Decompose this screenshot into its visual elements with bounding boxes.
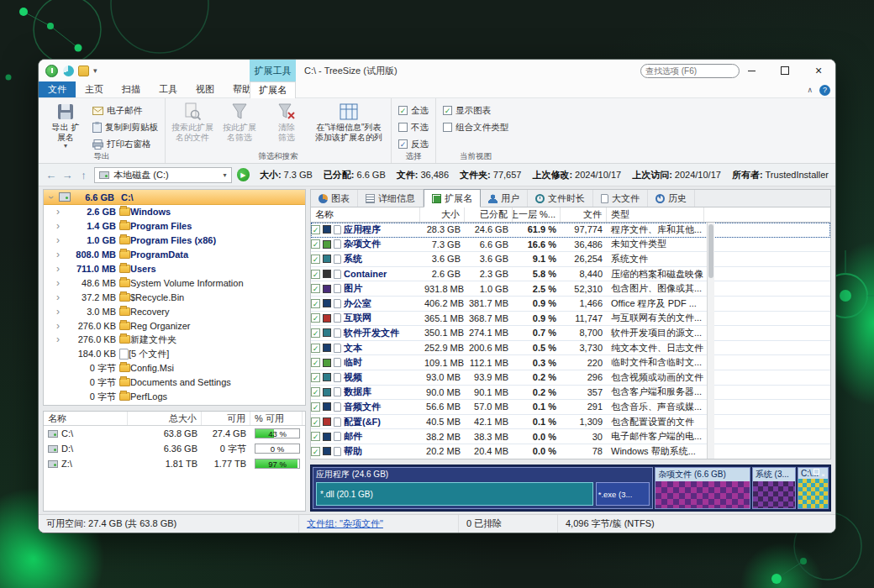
- extension-row[interactable]: 配置(&F)40.5 MB42.1 MB0.1 %1,309包含配置设置的文件: [311, 415, 830, 430]
- row-checkbox[interactable]: [311, 239, 320, 249]
- row-checkbox[interactable]: [311, 447, 320, 456]
- drive-row[interactable]: C:\63.8 GB27.4 GB43 %: [44, 426, 305, 441]
- expand-chevron-icon[interactable]: [54, 333, 62, 345]
- tree-item[interactable]: 1.4 GBProgram Files: [44, 219, 305, 234]
- titlebar[interactable]: 扩展工具 C:\ - TreeSize (试用版): [39, 60, 835, 81]
- extensions-column-header[interactable]: 大小: [420, 207, 465, 222]
- back-icon[interactable]: [45, 169, 56, 181]
- row-checkbox[interactable]: [311, 373, 320, 382]
- extension-row[interactable]: 文本252.9 MB200.6 MB0.5 %3,730纯文本文件、日志文件: [311, 341, 830, 356]
- scan-progress-icon[interactable]: [63, 66, 74, 76]
- drives-column-header[interactable]: 可用: [202, 412, 250, 425]
- quick-access-toolbar[interactable]: [63, 66, 97, 76]
- expand-chevron-icon[interactable]: [54, 320, 62, 332]
- tree-item[interactable]: 808.0 MBProgramData: [44, 248, 305, 262]
- folder-icon[interactable]: [78, 66, 89, 76]
- expand-chevron-icon[interactable]: [54, 249, 62, 260]
- drive-row[interactable]: D:\6.36 GB0 字节0 %: [44, 441, 305, 456]
- expand-chevron-icon[interactable]: [54, 306, 62, 318]
- extension-row[interactable]: 数据库90.0 MB90.1 MB0.2 %357包含客户端和服务器...: [311, 386, 830, 401]
- row-checkbox[interactable]: [311, 432, 320, 441]
- start-scan-button[interactable]: [237, 168, 250, 181]
- row-checkbox[interactable]: [311, 344, 320, 353]
- tree-item[interactable]: 711.0 MBUsers: [44, 262, 305, 276]
- treemap-panel[interactable]: 应用程序 (24.6 GB) *.dll (20.1 GB) *.exe (3.…: [310, 465, 831, 512]
- view-tab-history[interactable]: 历史: [648, 190, 695, 207]
- help-icon[interactable]: [819, 85, 830, 96]
- drives-column-header[interactable]: 总大小: [128, 412, 202, 425]
- extension-row[interactable]: 临时109.1 MB112.1 MB0.3 %220临时文件和含临时文...: [311, 355, 830, 370]
- search-box[interactable]: [640, 64, 740, 78]
- expand-chevron-icon[interactable]: [45, 193, 57, 202]
- treemap-dll-block[interactable]: *.dll (20.1 GB): [316, 482, 593, 506]
- extension-row[interactable]: 邮件38.2 MB38.3 MB0.0 %30电子邮件客户端的电...: [311, 429, 830, 444]
- up-icon[interactable]: [78, 169, 89, 181]
- view-tab-list[interactable]: 详细信息: [358, 190, 424, 207]
- vertical-scrollbar[interactable]: [707, 223, 714, 459]
- view-tab-user[interactable]: 用户: [481, 190, 528, 207]
- maximize-button[interactable]: [768, 60, 802, 81]
- status-file-group-link[interactable]: 文件组: "杂项文件": [307, 517, 383, 530]
- copy-to-clipboard-button[interactable]: 复制到剪贴板: [89, 119, 161, 135]
- extension-row[interactable]: 音频文件56.6 MB57.0 MB0.1 %291包含音乐、声音或媒...: [311, 400, 830, 415]
- extensions-column-header[interactable]: 类型: [607, 207, 704, 222]
- ribbon-tab-3[interactable]: 扫描: [113, 81, 150, 97]
- extensions-column-header[interactable]: 已分配: [465, 207, 513, 222]
- select-none-button[interactable]: 不选: [395, 119, 432, 135]
- extension-row[interactable]: 帮助20.2 MB20.4 MB0.0 %78Windows 帮助系统...: [311, 444, 830, 459]
- tree-item[interactable]: 276.0 KBReg Organizer: [44, 318, 305, 333]
- view-tab-file[interactable]: 大文件: [593, 190, 648, 207]
- extensions-column-header[interactable]: 文件: [561, 207, 607, 222]
- tree-item[interactable]: 276.0 KB新建文件夹: [44, 333, 305, 347]
- ribbon-tab-5[interactable]: 视图: [187, 81, 224, 97]
- treemap-region-root[interactable]: C:\...: [798, 467, 829, 509]
- drives-column-header[interactable]: 名称: [44, 412, 128, 425]
- ribbon-tab-2[interactable]: 主页: [76, 81, 113, 97]
- row-checkbox[interactable]: [311, 328, 320, 338]
- tree-item[interactable]: 2.6 GBWindows: [44, 205, 305, 219]
- tree-item[interactable]: 1.0 GBProgram Files (x86): [44, 234, 305, 248]
- row-checkbox[interactable]: [311, 313, 320, 323]
- extensions-column-header[interactable]: 占上一层 %...: [513, 207, 561, 222]
- expand-chevron-icon[interactable]: [54, 263, 62, 275]
- extension-row[interactable]: Container2.6 GB2.3 GB5.8 %8,440压缩的档案和磁盘映…: [311, 267, 830, 282]
- view-tab-clock[interactable]: 文件时长: [528, 190, 593, 207]
- location-dropdown[interactable]: 本地磁盘 (C:): [94, 167, 231, 183]
- row-checkbox[interactable]: [311, 358, 320, 367]
- close-button[interactable]: [802, 60, 835, 81]
- row-checkbox[interactable]: [311, 387, 320, 396]
- add-column-button[interactable]: 在"详细信息"列表 添加该扩展名的列: [310, 101, 387, 143]
- drives-column-header[interactable]: % 可用: [250, 412, 303, 425]
- expand-chevron-icon[interactable]: [54, 220, 62, 232]
- extension-row[interactable]: 互联网365.1 MB368.7 MB0.9 %11,747与互联网有关的文件.…: [311, 312, 830, 327]
- expand-chevron-icon[interactable]: [54, 277, 62, 289]
- expand-chevron-icon[interactable]: [54, 234, 62, 246]
- row-checkbox[interactable]: [311, 255, 320, 264]
- row-checkbox[interactable]: [311, 299, 320, 308]
- row-checkbox[interactable]: [311, 225, 320, 234]
- invert-selection-button[interactable]: 反选: [395, 136, 432, 152]
- extension-row[interactable]: 图片931.8 MB1.0 GB2.5 %52,310包含图片、图像或其...: [311, 281, 830, 297]
- ribbon-collapse-icon[interactable]: [807, 86, 813, 94]
- treemap-close-icon[interactable]: [821, 469, 827, 475]
- view-tab-ext[interactable]: 扩展名: [424, 189, 481, 207]
- tree-item[interactable]: 0 字节Config.Msi: [44, 361, 305, 375]
- tree-root-row[interactable]: 6.6 GB C:\: [44, 190, 305, 205]
- tree-item[interactable]: 184.0 KB[5 个文件]: [44, 347, 305, 361]
- row-checkbox[interactable]: [311, 270, 320, 279]
- show-chart-toggle[interactable]: 显示图表: [440, 102, 512, 118]
- email-button[interactable]: 电子邮件: [89, 102, 161, 118]
- minimize-button[interactable]: [734, 60, 768, 81]
- treemap-misc-tiles[interactable]: [656, 481, 750, 508]
- treemap-restore-icon[interactable]: [813, 469, 819, 475]
- tab-extensions[interactable]: 扩展名: [250, 81, 296, 98]
- extension-row[interactable]: 应用程序28.3 GB24.6 GB61.9 %97,774程序文件、库和其他.…: [311, 223, 830, 238]
- print-right-pane-button[interactable]: 打印右窗格: [89, 136, 161, 152]
- treemap-region-system[interactable]: 系统 (3...: [752, 467, 796, 509]
- tree-item[interactable]: 37.2 MB$Recycle.Bin: [44, 290, 305, 304]
- view-tab-pie[interactable]: 图表: [311, 190, 358, 207]
- tree-item[interactable]: 48.6 MBSystem Volume Information: [44, 276, 305, 290]
- expand-chevron-icon[interactable]: [54, 206, 62, 218]
- row-checkbox[interactable]: [311, 402, 320, 412]
- treemap-system-tiles[interactable]: [753, 481, 795, 508]
